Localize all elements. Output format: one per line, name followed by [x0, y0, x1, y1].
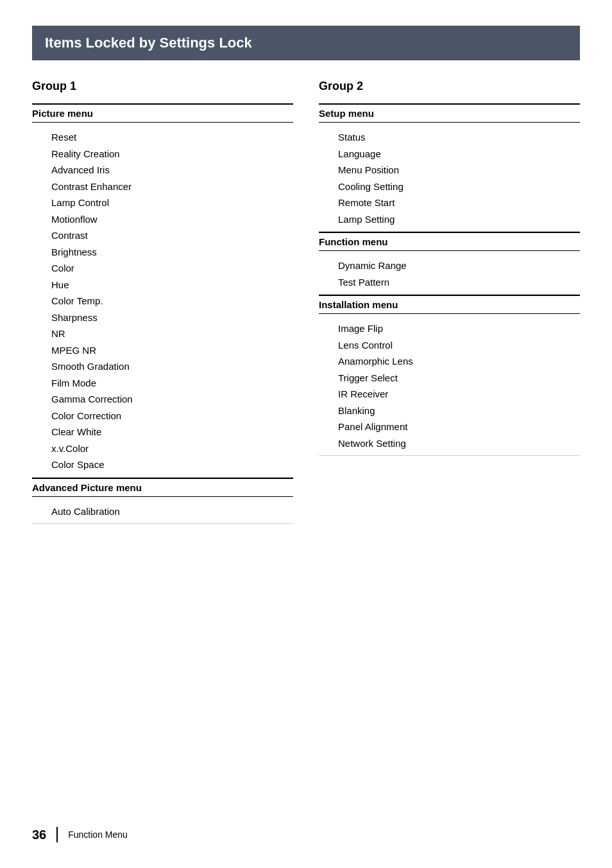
list-item: Advanced Iris: [51, 162, 293, 178]
list-item: Reality Creation: [51, 146, 293, 162]
page-footer: 36 Function Menu: [32, 827, 128, 842]
list-item: Brightness: [51, 244, 293, 261]
list-item: Color Temp.: [51, 293, 293, 309]
list-item: Image Flip: [338, 320, 580, 337]
two-column-layout: Group 1 Picture menu Reset Reality Creat…: [32, 80, 580, 524]
list-item: Contrast Enhancer: [51, 178, 293, 195]
list-item: Gamma Correction: [51, 391, 293, 408]
list-item: Smooth Gradation: [51, 358, 293, 375]
function-menu-header: Function menu: [319, 232, 580, 251]
list-item: Contrast: [51, 227, 293, 244]
list-item: Status: [338, 129, 580, 146]
function-menu-items: Dynamic Range Test Pattern: [319, 254, 580, 295]
setup-menu-header: Setup menu: [319, 103, 580, 123]
picture-menu-section: Picture menu Reset Reality Creation Adva…: [32, 103, 293, 478]
setup-menu-section: Setup menu Status Language Menu Position…: [319, 103, 580, 232]
group2-title: Group 2: [319, 80, 580, 93]
installation-menu-section: Installation menu Image Flip Lens Contro…: [319, 295, 580, 456]
group1-title: Group 1: [32, 80, 293, 93]
list-item: Auto Calibration: [51, 503, 293, 520]
page-number: 36: [32, 828, 46, 842]
setup-menu-items: Status Language Menu Position Cooling Se…: [319, 125, 580, 232]
group2-column: Group 2 Setup menu Status Language Menu …: [319, 80, 580, 524]
list-item: IR Receiver: [338, 386, 580, 403]
list-item: Panel Alignment: [338, 419, 580, 435]
advanced-picture-menu-items: Auto Calibration: [32, 499, 293, 525]
list-item: Sharpness: [51, 309, 293, 326]
page-title: Items Locked by Settings Lock: [45, 35, 567, 51]
list-item: NR: [51, 326, 293, 342]
list-item: Test Pattern: [338, 274, 580, 291]
list-item: MPEG NR: [51, 342, 293, 359]
footer-section-name: Function Menu: [68, 829, 128, 840]
list-item: Motionflow: [51, 211, 293, 228]
list-item: Blanking: [338, 403, 580, 419]
page-header: Items Locked by Settings Lock: [32, 26, 580, 60]
list-item: Cooling Setting: [338, 178, 580, 195]
list-item: x.v.Color: [51, 440, 293, 457]
list-item: Menu Position: [338, 162, 580, 178]
list-item: Color: [51, 260, 293, 277]
list-item: Lamp Setting: [338, 211, 580, 228]
advanced-picture-menu-section: Advanced Picture menu Auto Calibration: [32, 478, 293, 525]
installation-menu-items: Image Flip Lens Control Anamorphic Lens …: [319, 317, 580, 456]
list-item: Color Space: [51, 456, 293, 473]
list-item: Clear White: [51, 424, 293, 440]
list-item: Reset: [51, 129, 293, 146]
picture-menu-items: Reset Reality Creation Advanced Iris Con…: [32, 125, 293, 478]
footer-divider: [56, 827, 58, 842]
picture-menu-header: Picture menu: [32, 103, 293, 123]
list-item: Lens Control: [338, 337, 580, 354]
list-item: Dynamic Range: [338, 257, 580, 274]
list-item: Hue: [51, 277, 293, 293]
list-item: Network Setting: [338, 435, 580, 452]
list-item: Trigger Select: [338, 370, 580, 386]
list-item: Film Mode: [51, 375, 293, 392]
list-item: Language: [338, 146, 580, 162]
group1-column: Group 1 Picture menu Reset Reality Creat…: [32, 80, 293, 524]
list-item: Remote Start: [338, 195, 580, 211]
function-menu-section: Function menu Dynamic Range Test Pattern: [319, 232, 580, 295]
page-container: Items Locked by Settings Lock Group 1 Pi…: [0, 0, 612, 575]
advanced-picture-menu-header: Advanced Picture menu: [32, 478, 293, 497]
list-item: Anamorphic Lens: [338, 353, 580, 370]
list-item: Lamp Control: [51, 195, 293, 211]
list-item: Color Correction: [51, 408, 293, 424]
installation-menu-header: Installation menu: [319, 295, 580, 314]
